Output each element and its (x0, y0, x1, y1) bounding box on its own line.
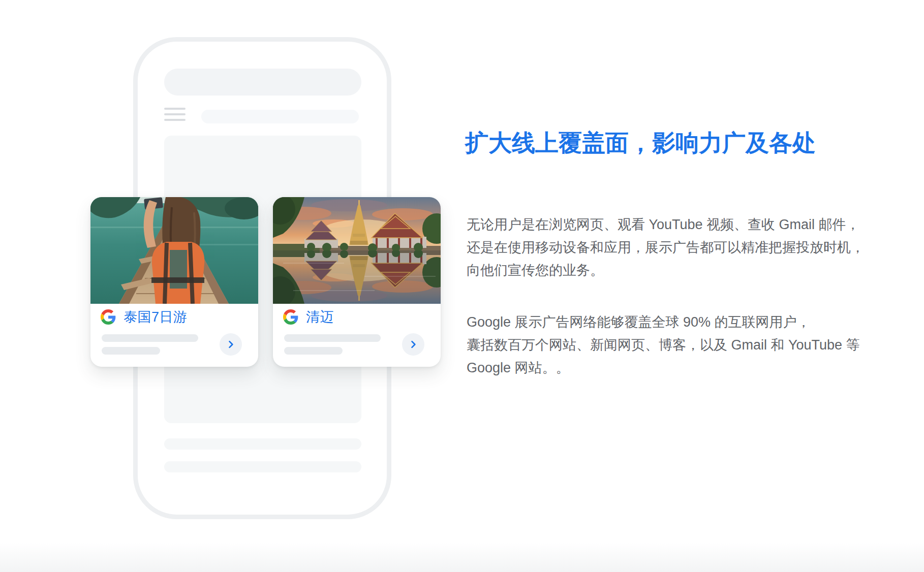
google-g-icon (101, 309, 116, 325)
skeleton-ad-line (102, 347, 160, 355)
skeleton-text-line (164, 461, 361, 472)
skeleton-ad-line (284, 334, 381, 342)
ad-card-thailand: 泰国7日游 (90, 197, 258, 367)
display-network-section: 泰国7日游 (0, 0, 924, 572)
chevron-right-button[interactable] (402, 333, 424, 356)
chiang-mai-temple-reflection-photo (273, 197, 441, 304)
chevron-right-icon (408, 339, 418, 349)
section-bottom-divider (0, 543, 924, 572)
chevron-right-icon (226, 339, 236, 349)
skeleton-ad-line (284, 347, 343, 355)
chevron-right-button[interactable] (220, 333, 242, 356)
skeleton-ad-line (102, 334, 198, 342)
ad-card-title: 清迈 (306, 308, 334, 326)
section-heading: 扩大线上覆盖面，影响力广及各处 (465, 128, 902, 158)
skeleton-header-bar (164, 69, 361, 96)
hamburger-menu-icon (164, 108, 186, 121)
ad-card-title: 泰国7日游 (124, 308, 188, 326)
section-paragraph-2: Google 展示广告网络能够覆盖全球 90% 的互联网用户， 囊括数百万个网站… (467, 311, 904, 379)
thailand-longtail-boat-photo (90, 197, 258, 304)
skeleton-text-line (164, 438, 361, 450)
ad-card-chiangmai: 清迈 (273, 197, 441, 367)
section-paragraph-1: 无论用户是在浏览网页、观看 YouTube 视频、查收 Gmail 邮件， 还是… (467, 213, 904, 282)
skeleton-search-bar (201, 110, 359, 123)
google-g-icon (283, 309, 298, 325)
